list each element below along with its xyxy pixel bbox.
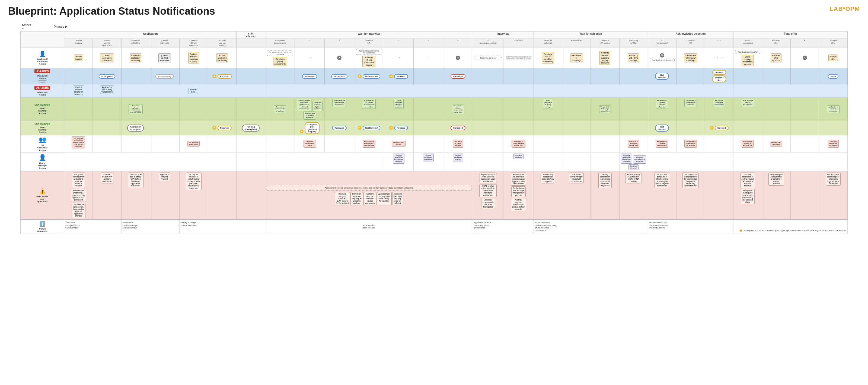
- box-contacts-hr-app: ContactsHR withquestionsor issues: [188, 52, 199, 63]
- sd-col3: Inability to changeto application status: [179, 219, 265, 234]
- hr-as2: Updates who/challenges tothe selection: [676, 135, 705, 152]
- phase-interview-header: Interview: [473, 31, 533, 39]
- pp-sub: [237, 172, 265, 219]
- box-interviews-complete: Interviewsand selectionscomplete: [633, 155, 646, 163]
- applicant-ws1: Receivescall oremail forinterview(s): [534, 48, 562, 68]
- box-conducts-int: Conductsinterviews: [514, 154, 524, 159]
- hm-i2: Conductsinterviews: [503, 152, 533, 172]
- hr-icon: 👥: [22, 136, 63, 143]
- box-cancelled-cert: Cancellationof cert,change statusduring …: [452, 104, 464, 114]
- row-usajobs-action: USAJOBS USAJOBSAction Createsaccount/res…: [21, 84, 848, 98]
- box-sends-info: Sends infoto HiringManager: [453, 140, 463, 148]
- hr-label: HRSpecialistAction: [22, 144, 63, 151]
- row-usajobs-status: USAJOBS USAJOBSStatus backstageactions I…: [21, 68, 848, 84]
- box-updates-offer: Updates offerstatus info: [770, 141, 782, 147]
- box-continues: Continuesapplicationin Staffing: [130, 54, 141, 62]
- hr-as1: Receives andupdatesselection info: [648, 135, 676, 152]
- usajobs-a-col3-7: Job mayclose: [121, 84, 265, 98]
- sa-fo3: [790, 98, 819, 121]
- usajobs-s-w4: ★ Not Referred: [354, 68, 384, 84]
- subcol-6: Submitsapp viaStaffing: [208, 39, 236, 48]
- staffing-status-label: USAStaffingStatus: [22, 126, 63, 134]
- sa-fo2: [762, 98, 790, 121]
- hr-col3: [121, 135, 150, 152]
- star-8: ★: [710, 126, 714, 130]
- sa-as3: HR notifiesstaffing ofthe selection: [705, 98, 734, 121]
- usastaffing-logo-1: USA Staffing®: [22, 103, 63, 106]
- usajobs-s-as1: NotSelected: [648, 68, 676, 84]
- actors-label: Actors▼: [20, 23, 52, 31]
- usajobs-a-col2: Applicant's aclick to applyvia applicati…: [93, 84, 121, 98]
- usajobs-s-w2: Reviewed: [295, 68, 324, 84]
- hm-ack: [648, 152, 734, 172]
- sa-fo1: Send tentativeoffer tothe applicant: [734, 98, 762, 121]
- ppbox-w1: Receivingusing theUSAJOBSELAN consentfor…: [335, 192, 350, 205]
- subcol-ws4: Follows upw/ Mgr: [619, 39, 648, 48]
- box-receives-offer: Receivesofferby phone: [771, 54, 781, 62]
- hr-ws1: [534, 135, 562, 152]
- box-continue-interviews: Continueinterviews: [628, 165, 639, 170]
- hr-fo4: Sends tosecurity foronboarding: [819, 135, 847, 152]
- phase-submission-header: Sub-mission: [237, 31, 265, 39]
- applicant-continues: Continuesapplicationin Staffing: [121, 48, 150, 68]
- phases-label: Phases ▶: [52, 23, 848, 31]
- hm-sub: [237, 152, 265, 172]
- hr-col1: HR posts joband updatesUSAJOBS andUSA St…: [64, 135, 93, 152]
- usajobs-a-as: [648, 84, 734, 98]
- usajobs-s-sub: [237, 68, 265, 84]
- pp-fo1: Tentativeacceptance ordecline may notbe …: [734, 172, 762, 219]
- star-6: ★: [358, 126, 362, 130]
- ppbox-ws4: Applicants callingHR; unclear onrole fro…: [625, 173, 642, 183]
- usajobs-s-col2: In Progress: [93, 68, 121, 84]
- hr-w1: [265, 135, 295, 152]
- box-contacts-candidates: Contactscandidatesdirectly: [453, 154, 463, 161]
- usajobs-a-ws: [534, 84, 648, 98]
- pp-as1: HR Specialistcan be put indifficult posi…: [648, 172, 676, 219]
- pp-fo2: Hiring Managerscalling directlyor someti…: [762, 172, 790, 219]
- ppbox-w2: Instructionsabout thisstep may beunclear…: [350, 192, 363, 205]
- page-container: Blueprint: Application Status Notificati…: [0, 0, 868, 385]
- pill-app-incomplete: ApplicationIncomplete: [127, 124, 144, 131]
- ppbox-fo1: Tentativeacceptance ordecline may notbe …: [740, 173, 755, 188]
- hr-col2: [93, 135, 121, 152]
- ss-w3: Reviewed: [324, 121, 354, 135]
- ss-ws1: [534, 121, 562, 135]
- applicant-fo4: Acceptsoffer: [819, 48, 847, 68]
- pp-as2: Can they requestselection processbe reco…: [676, 172, 705, 219]
- subcol-fo3: ✕: [790, 39, 819, 48]
- actor-staffing-status: USA Staffing® USAStaffingStatus: [21, 121, 64, 135]
- actor-hr: 👥 HRSpecialistAction: [21, 135, 64, 152]
- row-pain-points: ⚠️ Pain PointsandQuestions Must governco…: [21, 172, 848, 219]
- ppbox-5: USAJOBS is notable to displayUSA Staffin…: [128, 173, 144, 188]
- ppbox-fo2: Backgroundinvestigationcauses delaysto o…: [741, 189, 755, 204]
- usajobs-s-col4: (Unavailable): [150, 68, 179, 84]
- pp-ws3: Existingassessmentrequirementscause issu…: [591, 172, 619, 219]
- pill-received: Received: [218, 74, 232, 79]
- subcol-3: Continuesin Staffing: [121, 39, 150, 48]
- ppbox-w5: Applicantsdon't knowwhy theywere notrefe…: [392, 192, 403, 205]
- subcol-as1: ✕(not selected): [648, 39, 676, 48]
- ss-as1: NotSelected: [648, 121, 676, 135]
- hr-fo3: [790, 135, 819, 152]
- ss-w2: ★ Complete(NotQualified/Eligible): [295, 121, 324, 135]
- box-responds-to-applicants: HR respondsto applicants'email/all close: [363, 140, 376, 148]
- ss-fo3: [790, 121, 819, 135]
- box-participates: Participatesininterview(s): [570, 54, 583, 62]
- hr-w6: [413, 135, 443, 152]
- ss-as3: ★ Selected: [705, 121, 734, 135]
- ss-col1: [64, 121, 93, 135]
- sa-w2: Staffing receivesapplicant'sapplication …: [295, 98, 324, 121]
- pill-selected: Selected: [712, 70, 726, 75]
- usajobs-backstage: backstageactions: [22, 80, 63, 83]
- usajobs-a-wait: [265, 84, 473, 98]
- applicant-fo1: if candidate declines offer Worksthrough…: [734, 48, 762, 68]
- sd-wait: Application hasbeen received: [265, 219, 473, 234]
- box-contacts-hr-wait: ContactsHR withquestions orissues: [362, 56, 375, 67]
- assessment-notice: Assessment hurdles complicate the proces…: [267, 185, 471, 191]
- pill-unavailable: (Unavailable): [155, 74, 174, 79]
- actor-pain: ⚠️ Pain PointsandQuestions: [21, 172, 64, 219]
- arrow-1: →: [308, 55, 312, 60]
- row-hiring-manager: 👤 HiringManagerAction Reviewscandidatesf…: [21, 152, 848, 172]
- box-creates-acct: Createsaccount/resume fornew users: [73, 86, 84, 96]
- sa-fo4: Application issent foronboarding: [819, 98, 847, 121]
